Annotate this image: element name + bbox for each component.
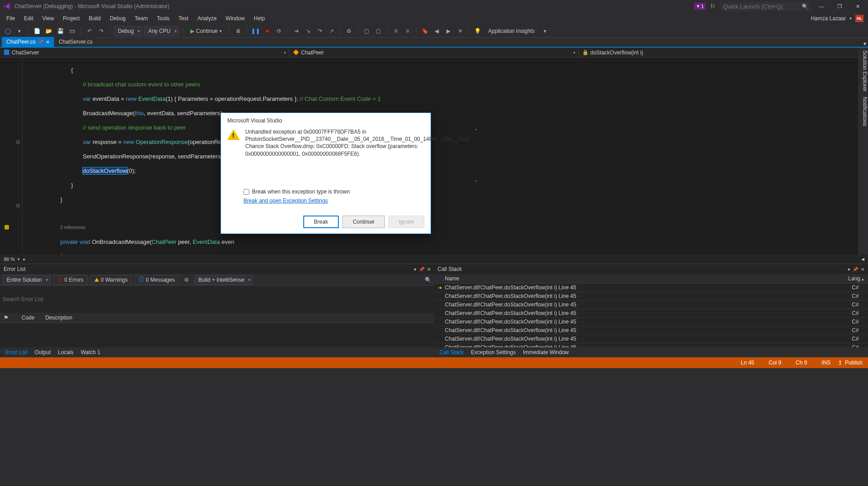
next-bookmark-icon[interactable]: ▶ <box>444 26 454 36</box>
step-out-icon[interactable]: ↗ <box>327 26 337 36</box>
col-description[interactable]: Description <box>45 315 72 321</box>
codelens[interactable]: 2 references <box>22 224 860 231</box>
save-all-icon[interactable]: 🗃 <box>67 26 77 36</box>
tool2-icon[interactable]: ▢ <box>373 26 383 36</box>
menu-window[interactable]: Window <box>221 14 249 23</box>
close-icon[interactable]: ✕ <box>46 40 49 45</box>
chevron-down-icon[interactable]: ▾ <box>18 257 20 261</box>
scroll-down-icon[interactable]: ⌄ <box>474 177 478 182</box>
open-exception-settings-link[interactable]: Break and open Exception Settings <box>243 198 328 204</box>
btab-locals[interactable]: Locals <box>54 348 77 357</box>
menu-edit[interactable]: Edit <box>19 14 38 23</box>
call-stack-body[interactable]: ➔ChatServer.dll!ChatPeer.doStackOverflow… <box>434 284 868 347</box>
close-button[interactable]: ✕ <box>851 1 864 11</box>
dropdown-icon[interactable]: ▾ <box>414 267 416 272</box>
open-icon[interactable]: 📂 <box>44 26 54 36</box>
callstack-row[interactable]: ChatServer.dll!ChatPeer.doStackOverflow(… <box>434 326 868 335</box>
nav-project[interactable]: 🟦ChatServer <box>0 49 289 57</box>
config-dropdown[interactable]: Debug <box>114 26 142 36</box>
btab-exception-settings[interactable]: Exception Settings <box>468 348 519 357</box>
btab-errorlist[interactable]: Error List <box>2 348 31 357</box>
tabs-overflow-icon[interactable]: ▾ <box>864 40 868 47</box>
menu-file[interactable]: File <box>2 14 19 23</box>
callstack-row[interactable]: ➔ChatServer.dll!ChatPeer.doStackOverflow… <box>434 284 868 292</box>
restore-button[interactable]: ❐ <box>833 1 846 11</box>
fold-icon[interactable]: ⊟ <box>16 140 20 144</box>
notifications-tab[interactable]: Notifications <box>858 97 868 126</box>
save-icon[interactable]: 💾 <box>55 26 65 36</box>
menu-view[interactable]: View <box>38 14 58 23</box>
pin-icon[interactable]: 📌 <box>38 40 43 44</box>
errors-filter[interactable]: ⓧ0 Errors <box>53 275 88 284</box>
show-next-icon[interactable]: ➜ <box>292 26 301 36</box>
solution-explorer-tab[interactable]: Solution Explorer <box>858 50 868 91</box>
col-code[interactable]: Code <box>22 315 35 321</box>
outdent-icon[interactable]: ≡ <box>403 26 413 36</box>
menu-debug[interactable]: Debug <box>105 14 130 23</box>
btab-immediate[interactable]: Immediate Window <box>519 348 572 357</box>
break-on-exception-checkbox[interactable] <box>243 189 249 195</box>
menu-tools[interactable]: Tools <box>153 14 174 23</box>
tab-chatpeer[interactable]: ChatPeer.cs 📌 ✕ <box>2 37 54 47</box>
nav-member[interactable]: 🔒doStackOverflow(int i) <box>579 49 868 57</box>
search-icon[interactable]: 🔍 <box>425 277 432 283</box>
minimize-button[interactable]: — <box>815 1 828 11</box>
dialog-scrollbar[interactable]: ⌃⌄ <box>474 128 478 182</box>
col-lang[interactable]: Lang ▴ <box>848 275 864 282</box>
redo-icon[interactable]: ↷ <box>96 26 106 36</box>
user-name[interactable]: Hamza Lazaar <box>811 15 846 22</box>
break-button[interactable]: Break <box>303 216 339 228</box>
restart-icon[interactable]: ⟳ <box>274 26 284 36</box>
pin-icon[interactable]: 📌 <box>419 267 424 272</box>
new-project-icon[interactable]: 📄 <box>32 26 42 36</box>
pin-icon[interactable]: 📌 <box>853 267 858 272</box>
btab-watch1[interactable]: Watch 1 <box>77 348 104 357</box>
stop-icon[interactable]: ■ <box>262 26 272 36</box>
chevron-down-icon[interactable]: ▾ <box>850 16 852 21</box>
callstack-row[interactable]: ChatServer.dll!ChatPeer.doStackOverflow(… <box>434 343 868 347</box>
callstack-row[interactable]: ChatServer.dll!ChatPeer.doStackOverflow(… <box>434 318 868 326</box>
callstack-row[interactable]: ChatServer.dll!ChatPeer.doStackOverflow(… <box>434 292 868 301</box>
messages-filter[interactable]: ⓘ0 Messages <box>135 275 179 284</box>
continue-button[interactable]: ▶Continue▾ <box>187 26 225 36</box>
error-search-input[interactable] <box>0 286 434 313</box>
menu-analyze[interactable]: Analyze <box>193 14 221 23</box>
zoom-level[interactable]: 98 % <box>4 256 15 262</box>
menu-project[interactable]: Project <box>58 14 84 23</box>
col-severity[interactable]: ⚑ <box>4 315 11 321</box>
insights-dropdown-icon[interactable]: ▾ <box>540 26 550 36</box>
bulb-icon[interactable]: 💡 <box>473 26 483 36</box>
flag-icon[interactable]: ⚐ <box>710 3 716 10</box>
feedback-badge[interactable]: 1 <box>694 3 706 10</box>
indent-icon[interactable]: ≡ <box>391 26 401 36</box>
bookmark-icon[interactable]: 🔖 <box>420 26 430 36</box>
quick-launch[interactable]: 🔍 <box>720 2 810 11</box>
ignore-button[interactable]: Ignore <box>388 216 424 228</box>
menu-test[interactable]: Test <box>174 14 193 23</box>
pause-icon[interactable]: ❚❚ <box>251 26 261 36</box>
step-over-icon[interactable]: ↷ <box>315 26 325 36</box>
undo-icon[interactable]: ↶ <box>85 26 94 36</box>
step-into-icon[interactable]: ↘ <box>303 26 313 36</box>
scroll-up-icon[interactable]: ⌃ <box>474 128 478 133</box>
callstack-row[interactable]: ChatServer.dll!ChatPeer.doStackOverflow(… <box>434 309 868 318</box>
application-insights[interactable]: Application Insights <box>485 28 538 34</box>
menu-build[interactable]: Build <box>84 14 105 23</box>
chevron-left-icon[interactable]: ◀ <box>861 257 864 261</box>
prev-bookmark-icon[interactable]: ◀ <box>432 26 442 36</box>
callstack-row[interactable]: ChatServer.dll!ChatPeer.doStackOverflow(… <box>434 301 868 309</box>
close-icon[interactable]: ✕ <box>427 267 431 272</box>
callstack-row[interactable]: ChatServer.dll!ChatPeer.doStackOverflow(… <box>434 335 868 343</box>
tool1-icon[interactable]: ▢ <box>362 26 372 36</box>
btab-callstack[interactable]: Call Stack <box>436 348 468 357</box>
nav-class[interactable]: 🔶ChatPeer <box>289 49 579 57</box>
menu-team[interactable]: Team <box>130 14 152 23</box>
dropdown-icon[interactable]: ▾ <box>848 267 850 272</box>
menu-help[interactable]: Help <box>249 14 270 23</box>
filter-icon[interactable]: ⚙ <box>182 275 192 285</box>
clear-bookmark-icon[interactable]: ✕ <box>455 26 465 36</box>
publish-button[interactable]: Publish <box>845 360 863 366</box>
scope-dropdown[interactable]: Entire Solution <box>3 275 50 285</box>
publish-icon[interactable]: ↥ <box>838 360 842 366</box>
browser-icon[interactable]: 🖥 <box>233 26 243 36</box>
